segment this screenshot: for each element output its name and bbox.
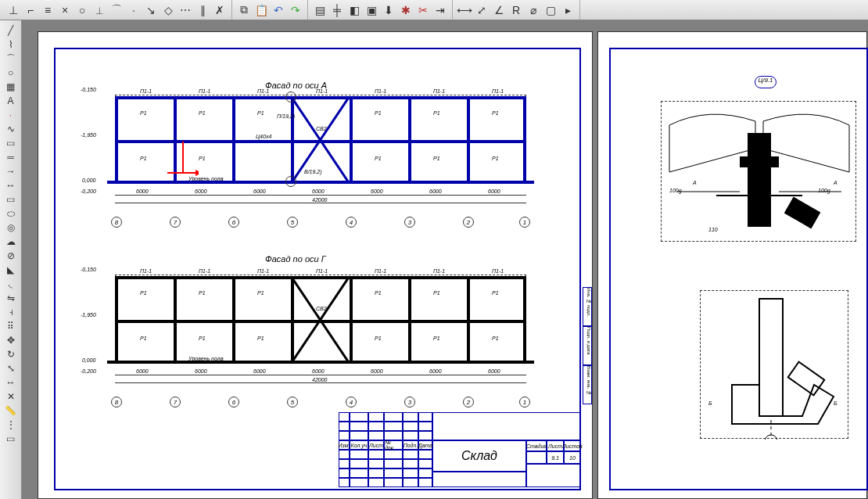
insert-icon[interactable]: ⬇ [380, 2, 397, 19]
snap-intersect-icon[interactable]: × [56, 2, 74, 19]
ortho-icon[interactable]: ⊥ [5, 2, 22, 19]
select-tool-icon[interactable]: ▭ [2, 432, 20, 446]
xline-tool-icon[interactable]: ↔ [2, 178, 20, 192]
snap-parallel-icon[interactable]: ∥ [194, 2, 211, 19]
axis-bubble: 3 [404, 217, 415, 228]
point-tool-icon[interactable]: · [2, 108, 20, 122]
tb-header: Кол.уч [350, 440, 368, 450]
stretch-tool-icon[interactable]: ↔ [2, 375, 20, 390]
polyline-tool-icon[interactable]: ⌇ [2, 38, 20, 52]
dim-value: 6000 [136, 188, 149, 194]
dim-aligned-icon[interactable]: ⤢ [473, 2, 490, 19]
axis-bubble: 5 [287, 217, 298, 228]
copy-icon[interactable]: ⧉ [235, 2, 253, 19]
callout-label: СВ2 [316, 306, 327, 311]
linetype-icon[interactable]: ╪ [328, 2, 346, 19]
dim-value: 6000 [312, 188, 325, 194]
fillet-tool-icon[interactable]: ◟ [2, 277, 20, 291]
rectangle-tool-icon[interactable]: ▭ [2, 192, 20, 206]
workspace[interactable]: Фасад по оси А -0,150 -1,950 0,000 -0,20… [22, 20, 868, 499]
scale-tool-icon[interactable]: ⤡ [2, 361, 20, 375]
snap-node-icon[interactable]: · [125, 2, 142, 19]
text-tool-icon[interactable]: A [2, 94, 20, 108]
snap-endpoint-icon[interactable]: ⌐ [22, 2, 39, 19]
snap-ext-icon[interactable]: ⋯ [177, 2, 194, 19]
revision-cloud-tool-icon[interactable]: ☁ [2, 235, 20, 249]
dim-value: 6000 [371, 368, 383, 374]
dim-value: 6000 [488, 368, 500, 374]
ellipse-tool-icon[interactable]: ⬭ [2, 206, 20, 221]
redo-icon[interactable]: ↷ [287, 2, 304, 19]
snap-off-icon[interactable]: ✗ [211, 2, 228, 19]
panel-label: Р1 [140, 336, 147, 341]
explode-icon[interactable]: ✱ [397, 2, 414, 19]
break-tool-icon[interactable]: ⊘ [2, 249, 20, 263]
block-icon[interactable]: ▣ [363, 2, 380, 19]
divide-tool-icon[interactable]: ⋮ [2, 418, 20, 432]
dim-value: 42000 [312, 377, 327, 382]
section-label: Б [834, 400, 838, 406]
snap-center-icon[interactable]: ○ [74, 2, 91, 19]
offset-tool-icon[interactable]: ⫞ [2, 305, 20, 319]
mirror-tool-icon[interactable]: ⇋ [2, 291, 20, 305]
panel-label: Р1 [433, 156, 440, 161]
mline-tool-icon[interactable]: ═ [2, 150, 20, 164]
snap-quad-icon[interactable]: ◇ [160, 2, 177, 19]
snap-perp-icon[interactable]: ⟂ [91, 2, 108, 19]
snap-mid-icon[interactable]: ≡ [39, 2, 56, 19]
callout-circle [285, 92, 296, 102]
level-mark: 0,000 [82, 178, 96, 183]
array-tool-icon[interactable]: ⠿ [2, 319, 20, 333]
tb-value [526, 451, 547, 464]
line-tool-icon[interactable]: ╱ [2, 23, 20, 38]
region-tool-icon[interactable]: ▭ [2, 136, 20, 150]
chamfer-tool-icon[interactable]: ◣ [2, 263, 20, 277]
panel-label: Р1 [140, 156, 147, 161]
ray-tool-icon[interactable]: → [2, 164, 20, 178]
toolbar-group-dimension: ⟷ ⤢ ∠ R ⌀ ▢ ▸ [453, 0, 580, 20]
circle-tool-icon[interactable]: ○ [2, 66, 20, 80]
dim-linear-icon[interactable]: ⟷ [456, 2, 473, 19]
move-tool-icon[interactable]: ✥ [2, 333, 20, 347]
erase-tool-icon[interactable]: ✕ [2, 390, 20, 404]
trim-icon[interactable]: ✂ [414, 2, 432, 19]
drawing-sheet-1[interactable]: Фасад по оси А -0,150 -1,950 0,000 -0,20… [38, 31, 593, 499]
detail2-svg [701, 291, 849, 440]
spline-tool-icon[interactable]: ∿ [2, 122, 20, 136]
dim-value: 6000 [136, 368, 149, 374]
donut-tool-icon[interactable]: ◎ [2, 221, 20, 235]
arrow-icon[interactable]: ▸ [559, 2, 576, 19]
axis-bubble: 8 [111, 397, 122, 407]
panel-label: Р1 [492, 156, 499, 161]
layer-icon[interactable]: ▤ [311, 2, 328, 19]
axis-bubble: 1 [519, 217, 530, 228]
panel-label: П1-1 [199, 268, 210, 274]
level-mark: 0,000 [82, 357, 96, 363]
arc-tool-icon[interactable]: ⌒ [2, 52, 20, 66]
drawing-sheet-2[interactable]: Ц/9.1 А А 100g 100g 110 [597, 31, 867, 499]
rotate-tool-icon[interactable]: ↻ [2, 347, 20, 361]
snap-tangent-icon[interactable]: ⌒ [108, 2, 125, 19]
dim-angular-icon[interactable]: ∠ [490, 2, 508, 19]
dim-radius-icon[interactable]: R [508, 2, 525, 19]
paste-icon[interactable]: 📋 [253, 2, 270, 19]
undo-icon[interactable]: ↶ [270, 2, 287, 19]
callout-label: В/19,2) [304, 169, 322, 174]
panel-label: П1-1 [375, 268, 386, 274]
measure-tool-icon[interactable]: 📏 [2, 404, 20, 418]
color-icon[interactable]: ◧ [346, 2, 363, 19]
hatch-tool-icon[interactable]: ▦ [2, 80, 20, 94]
panel-label: П1-1 [257, 268, 269, 274]
panel-label: Р1 [199, 156, 206, 161]
svg-marker-4 [195, 170, 199, 176]
brace-x-icon [291, 276, 350, 364]
tb-header: Лист [547, 440, 564, 451]
dim-value: 6000 [429, 188, 442, 194]
snap-nearest-icon[interactable]: ↘ [142, 2, 160, 19]
dim-ord-icon[interactable]: ▢ [542, 2, 559, 19]
section-cut-marker [167, 142, 199, 181]
dim-diameter-icon[interactable]: ⌀ [525, 2, 542, 19]
extend-icon[interactable]: ⇥ [432, 2, 449, 19]
toolbar-group-snap: ⊥ ⌐ ≡ × ○ ⟂ ⌒ · ↘ ◇ ⋯ ∥ ✗ [2, 0, 232, 20]
section-label: А [834, 180, 838, 185]
